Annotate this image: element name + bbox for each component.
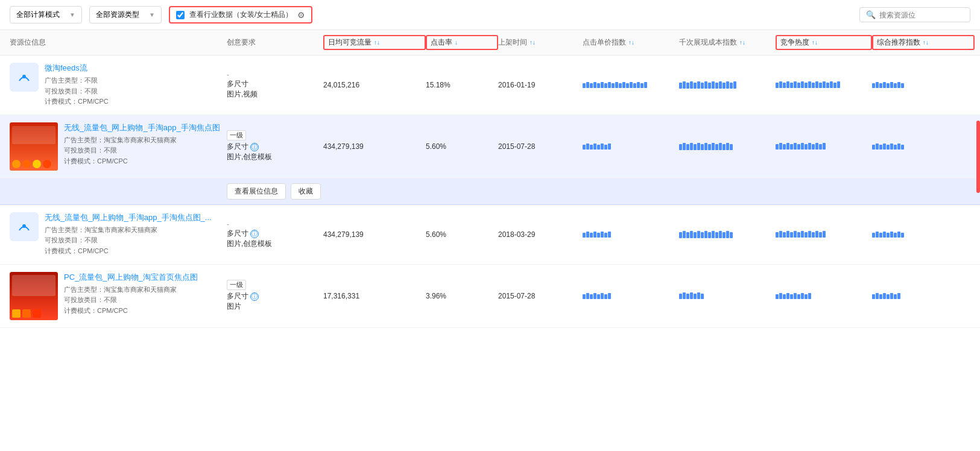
resource-type-label: 全部资源类型 <box>96 10 139 20</box>
daily-traffic-3: 434,279,139 <box>323 230 426 239</box>
table-row: 无线_流量包_网上购物_手淘app_手淘焦点图 广告主类型：淘宝集市商家和天猫商… <box>0 115 980 178</box>
col-resource-info: 资源位信息 <box>10 35 227 50</box>
cpc-index-3 <box>583 232 679 238</box>
competition-2 <box>776 143 872 150</box>
resource-info-1: 微淘feeds流 广告主类型：不限可投放类目：不限计费模式：CPM/CPC <box>10 63 227 107</box>
cpm-index-1 <box>679 81 776 89</box>
info-icon-2[interactable]: ⓘ <box>250 143 259 151</box>
cpm-bars-4 <box>679 292 776 299</box>
col-ctr[interactable]: 点击率 ↓ <box>426 35 498 50</box>
cpc-bars-4 <box>583 293 679 299</box>
gear-button[interactable]: ⚙ <box>297 10 305 20</box>
resource-details-4: PC_流量包_网上购物_淘宝首页焦点图 广告主类型：淘宝集市商家和天猫商家可投放… <box>64 272 198 317</box>
industry-filter-box: 查看行业数据（女装/女士精品） ⚙ <box>169 6 312 24</box>
resource-name-1[interactable]: 微淘feeds流 <box>45 63 109 74</box>
recommend-2 <box>872 144 975 150</box>
col-recommend-label: 综合推荐指数 <box>877 37 920 48</box>
online-time-3: 2018-03-29 <box>498 230 583 239</box>
table-row: PC_流量包_网上购物_淘宝首页焦点图 广告主类型：淘宝集市商家和天猫商家可投放… <box>0 265 980 328</box>
table-body: 微淘feeds流 广告主类型：不限可投放类目：不限计费模式：CPM/CPC - … <box>0 55 980 328</box>
creative-req-3: - 多尺寸 ⓘ 图片,创意模板 <box>227 220 323 249</box>
resource-thumb-2 <box>10 122 58 171</box>
col-daily-traffic-label: 日均可竞流量 <box>328 37 371 48</box>
resource-meta-3: 广告主类型：淘宝集市商家和天猫商家可投放类目：不限计费模式：CPM/CPC <box>45 225 212 257</box>
search-icon: 🔍 <box>866 10 876 19</box>
creative-req-4: 一级 多尺寸 ⓘ 图片 <box>227 280 323 312</box>
col-online-time-label: 上架时间 <box>498 37 527 48</box>
resource-name-3[interactable]: 无线_流量包_网上购物_手淘app_手淘焦点图_... <box>45 212 212 223</box>
cpc-sort-icon: ↑↓ <box>628 39 634 46</box>
gear-icon: ⚙ <box>297 10 305 20</box>
online-time-sort-icon: ↑↓ <box>530 39 536 46</box>
cpc-bars-1 <box>583 82 679 88</box>
cpc-index-1 <box>583 82 679 88</box>
resource-info-3: 无线_流量包_网上购物_手淘app_手淘焦点图_... 广告主类型：淘宝集市商家… <box>10 212 227 257</box>
cpc-index-4 <box>583 293 679 299</box>
industry-checkbox[interactable] <box>176 11 185 19</box>
industry-filter-label: 查看行业数据（女装/女士精品） <box>189 10 292 20</box>
comp-bars-1 <box>776 81 872 88</box>
creative-req-2: 一级 多尺寸 ⓘ 图片,创意模板 <box>227 130 323 162</box>
expanded-actions-row: 查看展位信息 收藏 <box>0 178 980 205</box>
col-cpm-label: 千次展现成本指数 <box>679 37 737 48</box>
col-online-time[interactable]: 上架时间 ↑↓ <box>498 35 583 50</box>
resource-meta-2: 广告主类型：淘宝集市商家和天猫商家可投放类目：不限计费模式：CPM/CPC <box>64 135 220 167</box>
comp-bars-4 <box>776 293 872 299</box>
daily-traffic-4: 17,316,331 <box>323 292 426 300</box>
cpm-bars-1 <box>679 81 776 89</box>
compute-mode-dropdown[interactable]: 全部计算模式 ▼ <box>10 6 82 24</box>
col-cpc-label: 点击单价指数 <box>583 37 626 48</box>
col-creative-req: 创意要求 <box>227 35 323 50</box>
rec-bars-4 <box>872 293 975 299</box>
col-competition-label: 竞争热度 <box>780 37 809 48</box>
daily-traffic-sort-icon: ↑↓ <box>374 39 380 46</box>
cpm-index-3 <box>679 231 776 238</box>
resource-name-4[interactable]: PC_流量包_网上购物_淘宝首页焦点图 <box>64 272 198 283</box>
creative-req-1: - 多尺寸 图片,视频 <box>227 71 323 99</box>
resource-name-2[interactable]: 无线_流量包_网上购物_手淘app_手淘焦点图 <box>64 122 220 133</box>
info-icon-4[interactable]: ⓘ <box>250 292 259 301</box>
online-time-1: 2016-01-19 <box>498 81 583 89</box>
rec-sort-icon: ↑↓ <box>923 39 929 46</box>
recommend-1 <box>872 82 975 88</box>
table-row: 无线_流量包_网上购物_手淘app_手淘焦点图_... 广告主类型：淘宝集市商家… <box>0 205 980 265</box>
ctr-3: 5.60% <box>426 230 498 239</box>
resource-meta-1: 广告主类型：不限可投放类目：不限计费模式：CPM/CPC <box>45 75 109 107</box>
col-daily-traffic[interactable]: 日均可竞流量 ↑↓ <box>323 35 426 50</box>
search-input[interactable] <box>879 11 964 19</box>
competition-1 <box>776 81 872 88</box>
resource-info-2: 无线_流量包_网上购物_手淘app_手淘焦点图 广告主类型：淘宝集市商家和天猫商… <box>10 122 227 171</box>
online-time-4: 2015-07-28 <box>498 292 583 300</box>
rec-bars-1 <box>872 82 975 88</box>
cpc-bars-3 <box>583 232 679 238</box>
rec-bars-3 <box>872 232 975 238</box>
table-header: 资源位信息 创意要求 日均可竞流量 ↑↓ 点击率 ↓ 上架时间 ↑↓ 点击单价指… <box>0 30 980 55</box>
col-cpm-index[interactable]: 千次展现成本指数 ↑↓ <box>679 35 776 50</box>
competition-3 <box>776 231 872 238</box>
resource-details-3: 无线_流量包_网上购物_手淘app_手淘焦点图_... 广告主类型：淘宝集市商家… <box>45 212 212 257</box>
competition-4 <box>776 293 872 299</box>
resource-info-4: PC_流量包_网上购物_淘宝首页焦点图 广告主类型：淘宝集市商家和天猫商家可投放… <box>10 272 227 320</box>
svg-point-1 <box>22 75 26 78</box>
col-cpc-index[interactable]: 点击单价指数 ↑↓ <box>583 35 679 50</box>
resource-meta-4: 广告主类型：淘宝集市商家和天猫商家可投放类目：不限计费模式：CPM/CPC <box>64 285 198 317</box>
collect-button[interactable]: 收藏 <box>291 183 321 200</box>
col-recommend[interactable]: 综合推荐指数 ↑↓ <box>872 35 975 50</box>
cpm-index-2 <box>679 143 776 150</box>
cpc-index-2 <box>583 144 679 150</box>
resource-type-dropdown[interactable]: 全部资源类型 ▼ <box>89 6 162 24</box>
cpm-bars-3 <box>679 231 776 238</box>
ctr-1: 15.18% <box>426 81 498 89</box>
cpc-bars-2 <box>583 144 679 150</box>
recommend-4 <box>872 293 975 299</box>
online-time-2: 2015-07-28 <box>498 142 583 151</box>
recommend-3 <box>872 232 975 238</box>
view-info-button[interactable]: 查看展位信息 <box>227 183 286 200</box>
col-competition[interactable]: 竞争热度 ↑↓ <box>776 35 872 50</box>
rec-bars-2 <box>872 144 975 150</box>
info-icon-3[interactable]: ⓘ <box>250 230 259 238</box>
ctr-sort-icon: ↓ <box>455 39 458 46</box>
scrollbar-thumb[interactable] <box>976 121 980 193</box>
resource-icon-1 <box>10 63 39 92</box>
ctr-2: 5.60% <box>426 142 498 151</box>
